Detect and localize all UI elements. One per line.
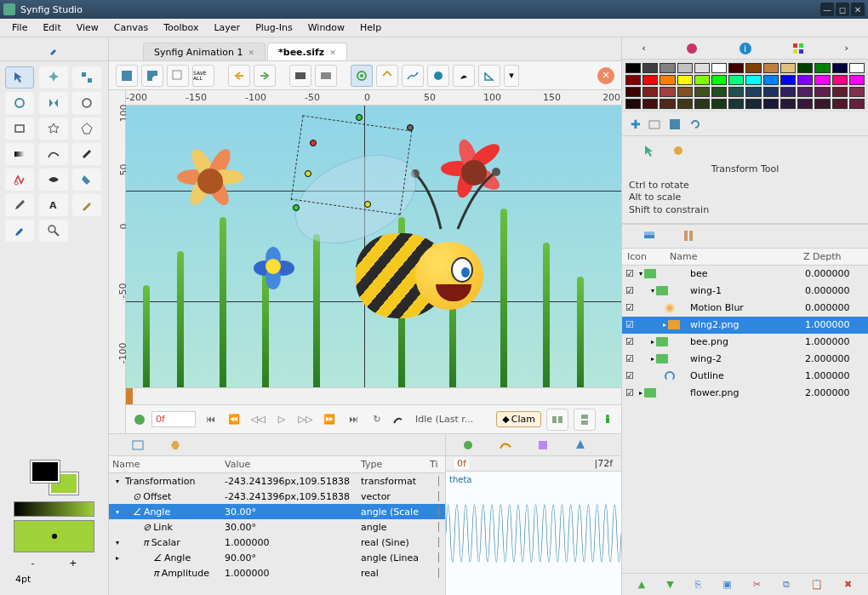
palette-swatch[interactable] [642,63,658,73]
reset-palette-icon[interactable] [688,117,702,131]
timecode-input[interactable] [151,411,196,427]
redo-button[interactable] [254,65,276,87]
palette-swatch[interactable] [711,75,727,85]
menu-canvas[interactable]: Canvas [107,20,155,35]
param-row[interactable]: ⊙Offset-243.241396px,109.51838vector [109,489,445,504]
nav-next[interactable]: › [844,43,848,54]
curve-plot[interactable]: theta [446,472,621,595]
close-doc-button[interactable]: ✕ [597,67,614,84]
tab-close-icon[interactable]: ✕ [329,49,336,57]
menu-file[interactable]: File [5,20,34,35]
palette-swatch[interactable] [745,63,761,73]
preview-button[interactable] [315,65,337,87]
palette-swatch[interactable] [780,99,796,109]
curves-tab-icon[interactable] [499,438,512,452]
palette-swatch[interactable] [814,87,830,97]
palette-swatch[interactable] [797,99,813,109]
history-tab-icon[interactable] [536,438,550,452]
library-tab-icon[interactable] [682,229,695,243]
seek-next-frame[interactable]: ▷▷ [296,410,315,429]
export-button[interactable] [167,65,189,87]
param-row[interactable]: ▸∠Angle90.00°angle (Linea [109,550,445,565]
loop-button[interactable]: ↻ [368,410,386,429]
eyedrop-tool[interactable] [5,194,34,216]
handle-origin[interactable] [293,204,300,211]
scale-tool[interactable] [72,66,101,89]
info-icon[interactable]: i [739,42,752,55]
palette-swatch[interactable] [763,63,779,73]
text-tool[interactable]: A [39,194,68,216]
palette-swatch[interactable] [660,99,675,109]
tile-h-button[interactable] [546,409,568,431]
brush-tool[interactable] [5,220,34,242]
fg-color[interactable] [31,461,60,483]
seek-prev-key[interactable]: ⏪ [225,410,243,429]
params-tab-icon[interactable] [131,438,145,452]
palette-swatch[interactable] [797,87,813,97]
palette-swatch[interactable] [814,75,830,85]
fg-bg-swatch[interactable] [31,461,78,495]
handle-tr[interactable] [407,124,414,131]
layer-cut[interactable]: ✂ [753,579,761,590]
options-icon[interactable] [671,144,685,157]
children-tab-icon[interactable] [574,438,587,452]
gradient-tool[interactable] [5,143,34,165]
add-color-button[interactable]: ✚ [631,117,641,131]
polygon-tool[interactable] [72,117,101,140]
param-row[interactable]: ⊘Link30.00°angle [109,519,445,535]
transform-tool[interactable] [5,66,34,89]
menu-plug-ins[interactable]: Plug-Ins [248,20,300,35]
sketch-tool[interactable] [72,194,101,216]
circle-tool[interactable] [72,92,101,114]
seek-end[interactable]: ⏭ [344,410,363,429]
render-button[interactable] [289,65,311,87]
zoom-tool[interactable] [39,220,68,242]
palette-swatch[interactable] [711,63,727,73]
param-row[interactable]: ▾Transformation-243.241396px,109.51838tr… [109,473,445,489]
fill-tool[interactable] [72,169,101,191]
layer-row[interactable]: ☑▸wing-22.000000 [622,351,868,368]
palette-swatch[interactable] [660,87,675,97]
play-button[interactable]: ▷ [272,410,291,429]
palette-swatch[interactable] [780,63,796,73]
palette-swatch[interactable] [832,63,848,73]
mirror-tool[interactable] [39,92,68,114]
palette-swatch[interactable] [780,87,796,97]
transform-bbox[interactable] [291,115,413,215]
brush-size[interactable]: 4pt [7,570,101,588]
layer-row[interactable]: ☑▾wing-10.000000 [622,283,868,300]
palette-swatch[interactable] [642,75,658,85]
curve-timeline[interactable]: 0f |72f [446,456,621,472]
menu-help[interactable]: Help [353,20,388,35]
layer-row[interactable]: ☑Motion Blur0.000000 [622,300,868,317]
palette-swatch[interactable] [677,63,693,73]
palette-swatch[interactable] [763,99,779,109]
palette-swatch[interactable] [677,99,693,109]
palette-swatch[interactable] [832,87,848,97]
palette-swatch[interactable] [832,75,848,85]
open-palette-icon[interactable] [648,117,661,131]
onion-button[interactable] [351,65,373,87]
palette-swatch[interactable] [711,99,727,109]
layer-row[interactable]: ☑Outline1.000000 [622,368,868,385]
palette-swatch[interactable] [694,87,710,97]
palette-swatch[interactable] [814,63,830,73]
palette-swatch[interactable] [660,63,675,73]
param-row[interactable]: πAmplitude1.000000real [109,565,445,581]
palette-swatch[interactable] [849,63,865,73]
menu-edit[interactable]: Edit [36,20,67,35]
palette-swatch[interactable] [728,63,744,73]
animate-mode-icon[interactable] [601,413,614,426]
handle-ml[interactable] [305,170,311,177]
layer-down[interactable]: ▼ [666,579,673,590]
rotate-tool[interactable] [5,92,34,114]
brush-plus[interactable]: + [69,558,77,569]
palette-swatch[interactable] [642,99,658,109]
layer-group[interactable]: ▣ [722,579,731,590]
seek-prev-frame[interactable]: ◁◁ [248,410,267,429]
layers-tab-icon[interactable] [642,229,656,243]
cutout-tool[interactable] [5,169,34,191]
palette-icon[interactable] [791,42,805,55]
save-all-button[interactable]: SAVE ALL [192,65,214,87]
palette-swatch[interactable] [745,75,761,85]
